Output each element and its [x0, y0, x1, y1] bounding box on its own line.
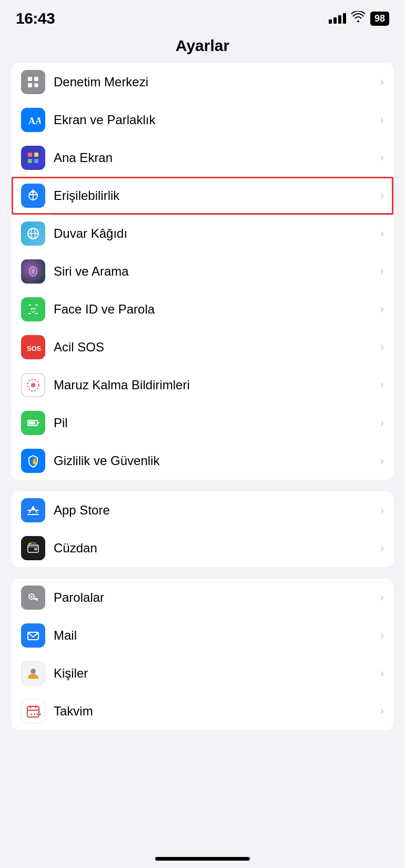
- settings-row-mail[interactable]: Mail ›: [12, 617, 393, 654]
- maruz-kalma-label: Maruz Kalma Bildirimleri: [54, 378, 380, 392]
- gizlilik-label: Gizlilik ve Güvenlik: [54, 453, 380, 468]
- acil-sos-label: Acil SOS: [54, 340, 380, 355]
- settings-row-takvim[interactable]: • • • • Takvim ›: [12, 692, 393, 730]
- duvar-kagidi-label: Duvar Kâğıdı: [54, 226, 380, 241]
- chevron-icon: ›: [380, 503, 384, 517]
- battery-indicator: 98: [370, 12, 389, 26]
- denetim-merkezi-icon: [21, 70, 45, 94]
- gizlilik-icon: ✋: [21, 449, 45, 473]
- face-id-label: Face ID ve Parola: [54, 302, 380, 317]
- svg-point-27: [31, 383, 35, 387]
- svg-rect-5: [28, 153, 32, 157]
- wifi-icon: [351, 11, 365, 26]
- status-icons: 98: [329, 11, 389, 26]
- svg-text:✋: ✋: [31, 457, 39, 465]
- chevron-icon: ›: [380, 667, 384, 680]
- denetim-merkezi-label: Denetim Merkezi: [54, 75, 380, 89]
- chevron-icon: ›: [380, 113, 384, 127]
- svg-text:SOS: SOS: [27, 345, 40, 352]
- acil-sos-icon: SOS: [21, 335, 45, 359]
- svg-line-38: [34, 543, 36, 543]
- settings-row-duvar-kagidi[interactable]: Duvar Kâğıdı ›: [12, 215, 393, 253]
- settings-row-ana-ekran[interactable]: Ana Ekran ›: [12, 139, 393, 177]
- cuzdan-icon: [21, 536, 45, 560]
- parolalar-label: Parolalar: [54, 590, 380, 605]
- svg-rect-35: [34, 548, 37, 550]
- maruz-kalma-icon: [21, 373, 45, 397]
- takvim-label: Takvim: [54, 704, 380, 719]
- kisiler-label: Kişiler: [54, 666, 380, 681]
- svg-line-36: [29, 543, 31, 544]
- chevron-icon: ›: [380, 302, 384, 316]
- cuzdan-label: Cüzdan: [54, 541, 380, 556]
- siri-arama-icon: [21, 259, 45, 284]
- settings-row-erisilebirlik[interactable]: Erişilebilirlik ›: [12, 177, 393, 215]
- kisiler-icon: [21, 661, 45, 685]
- svg-point-3: [34, 83, 38, 87]
- svg-rect-1: [34, 77, 38, 81]
- svg-rect-29: [37, 422, 39, 424]
- chevron-icon: ›: [380, 75, 384, 89]
- erisilebirlik-label: Erişilebilirlik: [54, 188, 380, 203]
- svg-rect-7: [28, 159, 32, 163]
- parolalar-icon: [21, 586, 45, 610]
- settings-row-app-store[interactable]: App Store ›: [12, 491, 393, 529]
- erisilebirlik-icon: [21, 184, 45, 208]
- ana-ekran-label: Ana Ekran: [54, 150, 380, 165]
- svg-rect-34: [28, 545, 38, 548]
- chevron-icon: ›: [380, 265, 384, 278]
- mail-icon: [21, 623, 45, 648]
- chevron-icon: ›: [380, 227, 384, 240]
- chevron-icon: ›: [380, 416, 384, 430]
- svg-rect-30: [29, 421, 35, 425]
- settings-row-kisiler[interactable]: Kişiler ›: [12, 654, 393, 692]
- app-store-icon: [21, 498, 45, 522]
- svg-rect-19: [35, 305, 38, 306]
- settings-row-cuzdan[interactable]: Cüzdan ›: [12, 529, 393, 567]
- settings-section-1: Denetim Merkezi › AA Ekran ve Parlaklık …: [12, 63, 393, 480]
- svg-line-37: [32, 542, 33, 543]
- svg-text:• • • •: • • • •: [31, 712, 41, 717]
- svg-point-42: [31, 596, 33, 598]
- settings-row-ekran-parlaklik[interactable]: AA Ekran ve Parlaklık ›: [12, 101, 393, 139]
- signal-icon: [329, 13, 346, 24]
- chevron-icon: ›: [380, 541, 384, 555]
- svg-rect-2: [28, 83, 32, 87]
- duvar-kagidi-icon: [21, 221, 45, 246]
- home-indicator: [155, 857, 250, 861]
- svg-rect-6: [34, 153, 38, 157]
- settings-row-denetim-merkezi[interactable]: Denetim Merkezi ›: [12, 63, 393, 101]
- ana-ekran-icon: [21, 146, 45, 170]
- settings-row-parolalar[interactable]: Parolalar ›: [12, 579, 393, 617]
- svg-rect-20: [28, 313, 31, 314]
- svg-rect-18: [28, 305, 31, 306]
- chevron-icon: ›: [380, 704, 384, 718]
- chevron-icon: ›: [380, 591, 384, 604]
- mail-label: Mail: [54, 628, 380, 643]
- chevron-icon: ›: [380, 378, 384, 392]
- svg-text:AA: AA: [28, 116, 40, 126]
- settings-section-2: App Store › Cüzdan ›: [12, 491, 393, 567]
- settings-row-pil[interactable]: Pil ›: [12, 404, 393, 442]
- chevron-icon: ›: [380, 151, 384, 165]
- settings-row-maruz-kalma[interactable]: Maruz Kalma Bildirimleri ›: [12, 366, 393, 404]
- face-id-icon: [21, 297, 45, 321]
- siri-arama-label: Siri ve Arama: [54, 264, 380, 279]
- pil-icon: [21, 411, 45, 435]
- ekran-parlaklik-label: Ekran ve Parlaklık: [54, 113, 380, 127]
- settings-row-siri-arama[interactable]: Siri ve Arama ›: [12, 253, 393, 290]
- ekran-parlaklik-icon: AA: [21, 108, 45, 132]
- settings-row-gizlilik[interactable]: ✋ Gizlilik ve Güvenlik ›: [12, 442, 393, 480]
- svg-rect-0: [28, 77, 32, 81]
- settings-row-acil-sos[interactable]: SOS Acil SOS ›: [12, 328, 393, 366]
- svg-point-22: [31, 308, 33, 310]
- svg-rect-21: [35, 313, 38, 314]
- svg-point-23: [34, 308, 36, 310]
- svg-rect-8: [34, 159, 38, 163]
- svg-point-17: [31, 268, 35, 275]
- takvim-icon: • • • •: [21, 699, 45, 723]
- settings-row-face-id[interactable]: Face ID ve Parola ›: [12, 290, 393, 328]
- pil-label: Pil: [54, 416, 380, 430]
- svg-point-44: [31, 669, 36, 674]
- status-bar: 16:43 98: [0, 0, 405, 33]
